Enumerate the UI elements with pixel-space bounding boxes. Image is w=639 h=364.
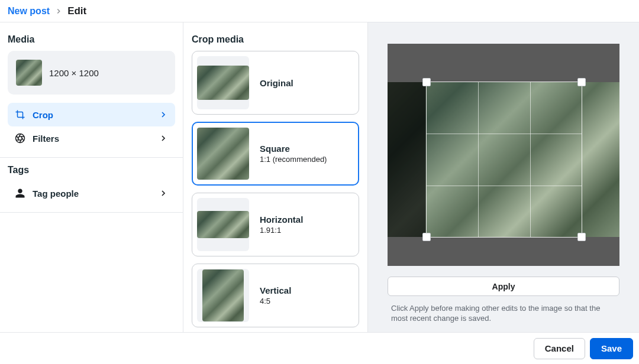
aperture-icon	[15, 133, 25, 144]
sidebar-item-label: Filters	[33, 134, 59, 144]
crop-handle-tr[interactable]	[577, 78, 586, 86]
person-icon	[15, 188, 25, 199]
crop-preview[interactable]	[388, 44, 619, 266]
crop-box[interactable]	[427, 82, 582, 237]
left-sidebar: Media 1200 × 1200 Crop	[0, 22, 183, 332]
crop-option-sub: 1:1 (recommended)	[260, 155, 327, 164]
sidebar-item-label: Tag people	[33, 188, 79, 199]
media-dimensions: 1200 × 1200	[49, 68, 99, 78]
crop-handle-bl[interactable]	[422, 233, 431, 241]
chevron-right-icon	[159, 188, 168, 198]
crop-option-label: Horizontal	[260, 214, 303, 225]
crop-handle-br[interactable]	[577, 233, 586, 241]
crop-option-label: Square	[260, 144, 327, 154]
apply-helper-text: Click Apply before making other edits to…	[388, 303, 619, 324]
crop-option-label: Original	[260, 78, 293, 88]
grid-line-h1	[427, 134, 582, 134]
preview-panel: Apply Click Apply before making other ed…	[368, 22, 639, 332]
crop-option-vertical[interactable]: Vertical 4:5	[192, 264, 359, 327]
crop-option-sub: 1.91:1	[260, 226, 303, 235]
footer-bar: Cancel Save	[0, 332, 639, 364]
chevron-right-icon	[159, 134, 168, 143]
breadcrumb-parent-link[interactable]: New post	[8, 6, 50, 17]
crop-options-panel: Crop media Original Square 1:1 (recommen…	[183, 22, 368, 332]
crop-option-label: Vertical	[260, 285, 291, 295]
grid-line-v1	[478, 82, 479, 237]
save-button[interactable]: Save	[590, 338, 633, 359]
grid-line-v2	[530, 82, 531, 237]
breadcrumb-current: Edit	[67, 5, 86, 17]
cancel-button[interactable]: Cancel	[534, 338, 585, 359]
grid-line-h2	[427, 186, 582, 186]
sidebar-item-label: Crop	[33, 110, 53, 120]
tags-section-title: Tags	[8, 165, 175, 176]
crop-option-horizontal[interactable]: Horizontal 1.91:1	[192, 193, 359, 256]
crop-media-title: Crop media	[192, 34, 359, 45]
sidebar-item-crop[interactable]: Crop	[8, 103, 175, 126]
crop-option-sub: 4:5	[260, 297, 291, 306]
dim-right	[388, 82, 425, 237]
chevron-right-icon	[54, 7, 63, 15]
sidebar-item-tag-people[interactable]: Tag people	[8, 181, 175, 205]
crop-handle-tl[interactable]	[422, 78, 431, 86]
crop-icon	[15, 109, 25, 120]
media-thumbnail	[16, 60, 42, 86]
breadcrumb: New post Edit	[0, 0, 639, 22]
sidebar-item-filters[interactable]: Filters	[8, 126, 175, 150]
crop-option-square[interactable]: Square 1:1 (recommended)	[192, 122, 359, 186]
crop-option-original[interactable]: Original	[192, 51, 359, 115]
apply-button[interactable]: Apply	[388, 277, 619, 296]
chevron-right-icon	[159, 110, 168, 119]
media-card[interactable]: 1200 × 1200	[8, 51, 175, 95]
media-section-title: Media	[8, 34, 175, 45]
